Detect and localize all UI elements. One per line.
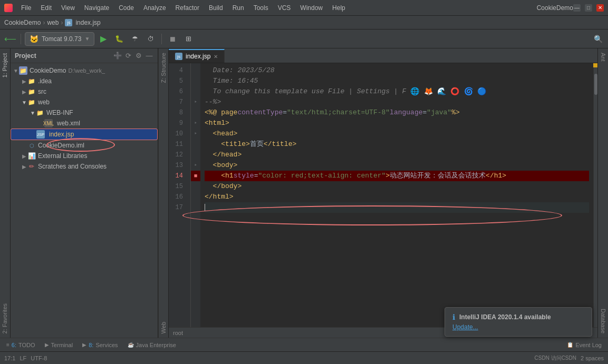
status-indent[interactable]: 2 spaces [581, 355, 604, 361]
tree-item-src[interactable]: ▶ 📁 src [11, 86, 158, 97]
ln-12: 12 [169, 150, 186, 160]
ln-4: 4 [169, 65, 186, 76]
run-config-selector[interactable]: 🐱 Tomcat 9.0.73 ▼ [25, 32, 94, 46]
src-label: src [38, 88, 46, 95]
tree-item-iml[interactable]: ⬡ CookieDemo.iml [11, 140, 158, 151]
todo-tab[interactable]: ≡ 6: TODO [2, 339, 40, 351]
menu-vcs[interactable]: VCS [274, 3, 295, 13]
middle-tabs: Z: Structure Web [158, 48, 169, 338]
breadcrumb-item-project[interactable]: CookieDemo [4, 19, 41, 26]
menu-build[interactable]: Build [205, 3, 227, 13]
menu-refactor[interactable]: Refactor [171, 3, 204, 13]
breadcrumb-item-web[interactable]: web [47, 19, 59, 26]
menu-window[interactable]: Window [296, 3, 327, 13]
tree-item-web[interactable]: ▼ 📁 web [11, 97, 158, 107]
spacer-iml [21, 142, 27, 149]
iml-label: CookieDemo.iml [38, 142, 84, 149]
code-line-17 [205, 202, 589, 213]
terminal-tab-label: Terminal [51, 342, 73, 348]
menu-file[interactable]: File [17, 3, 35, 13]
status-position[interactable]: 17:1 [4, 355, 15, 361]
tab-close-button[interactable]: ✕ [214, 54, 218, 60]
status-right: CSDN 访问CSDN 2 spaces [535, 355, 604, 362]
code-editor[interactable]: 4 5 6 7 8 9 10 11 12 13 14 15 16 17 ‣ [169, 63, 597, 327]
back-button[interactable]: ⟵ [3, 32, 17, 46]
gutter-5 [191, 76, 200, 86]
settings-icon[interactable]: ⚙ [134, 52, 143, 60]
xml-icon: XML [44, 119, 53, 127]
coverage-button[interactable]: ☂ [128, 32, 142, 46]
tree-item-webxml[interactable]: XML web.xml [11, 118, 158, 129]
add-icon[interactable]: ➕ [113, 52, 122, 60]
webxml-label: web.xml [57, 120, 80, 127]
scratches-label: Scratches and Consoles [38, 163, 107, 170]
gutter-16 [191, 192, 200, 202]
java-enterprise-tab[interactable]: ☕ Java Enterprise [123, 339, 180, 351]
left-panel-tabs: 1: Project 2: Favorites [0, 48, 11, 338]
update-link[interactable]: Update... [452, 323, 478, 331]
favorites-panel-tab[interactable]: 2: Favorites [0, 299, 10, 338]
gutter-13: ‣ [191, 160, 200, 171]
ln-11: 11 [169, 139, 186, 150]
scroll-thumb[interactable] [594, 74, 597, 95]
text-cursor [205, 204, 205, 211]
frame-button[interactable]: ⊞ [181, 32, 195, 46]
sync-icon[interactable]: ⟳ [124, 52, 132, 60]
close-button[interactable]: ✕ [596, 4, 604, 12]
menu-navigate[interactable]: Navigate [80, 3, 113, 13]
services-tab[interactable]: ▶ 8: Services [78, 339, 122, 351]
terminal-tab[interactable]: ▶ Terminal [41, 339, 78, 351]
menu-tools[interactable]: Tools [249, 3, 273, 13]
scroll-indicator[interactable] [593, 63, 597, 327]
menu-edit[interactable]: Edit [36, 3, 56, 13]
tree-item-webinf[interactable]: ▼ 📁 WEB-INF [11, 107, 158, 118]
run-button[interactable]: ▶ [96, 32, 110, 46]
expand-icon-web: ▼ [21, 99, 27, 105]
ln-17: 17 [169, 202, 186, 213]
status-line-ending[interactable]: LF [20, 355, 26, 361]
menu-run[interactable]: Run [228, 3, 248, 13]
debug-button[interactable]: 🐛 [112, 32, 126, 46]
search-button[interactable]: 🔍 [591, 32, 605, 46]
ln-10: 10 [169, 129, 186, 139]
menu-view[interactable]: View [57, 3, 79, 13]
project-folder-icon: 📁 [19, 66, 27, 75]
web-tab[interactable]: Web [159, 318, 168, 338]
run-config-arrow-icon: ▼ [84, 36, 90, 42]
editor-branch: root [173, 330, 183, 336]
event-log-tab[interactable]: 📋 Event Log [563, 339, 606, 351]
stop-button[interactable]: ⏹ [166, 32, 179, 46]
tree-item-ext-lib[interactable]: ▶ 📊 External Libraries [11, 151, 158, 161]
code-content[interactable]: Date: 2023/5/28 Time: 16:45 To change th… [200, 63, 593, 327]
code-line-15: </body> [205, 181, 589, 192]
minimize-panel-icon[interactable]: — [145, 52, 153, 60]
gutter-10: ‣ [191, 129, 200, 139]
editor-tab-index-jsp[interactable]: js index.jsp ✕ [169, 49, 225, 63]
project-panel-tab[interactable]: 1: Project [0, 48, 10, 82]
profile-button[interactable]: ⏱ [144, 32, 158, 46]
tree-item-idea[interactable]: ▶ 📁 .idea [11, 76, 158, 86]
tab-jsp-icon: js [175, 53, 182, 60]
gutter-9: ‣ [191, 118, 200, 129]
browser-icons: 🌐 🦊 🌊 ⭕ 🌀 🔵 [410, 86, 486, 97]
ant-tab[interactable]: Ant [599, 48, 607, 66]
tree-item-scratches[interactable]: ▶ ✏ Scratches and Consoles [11, 161, 158, 172]
database-tab[interactable]: Database [599, 304, 607, 338]
gutter-7: ‣ [191, 97, 200, 107]
event-log-label: Event Log [575, 342, 602, 348]
menu-analyze[interactable]: Analyze [139, 3, 170, 13]
toolbar-separator-2 [161, 34, 162, 44]
folder-icon-web: 📁 [27, 98, 36, 106]
maximize-button[interactable]: □ [585, 4, 592, 12]
menu-code[interactable]: Code [114, 3, 138, 13]
gutter-4 [191, 65, 200, 76]
java-enterprise-tab-label: Java Enterprise [136, 342, 176, 348]
status-encoding[interactable]: UTF-8 [31, 355, 47, 361]
menu-help[interactable]: Help [328, 3, 350, 13]
breadcrumb-item-file[interactable]: index.jsp [75, 19, 100, 26]
notification-title: IntelliJ IDEA 2020.1.4 available [459, 313, 551, 321]
structure-tab[interactable]: Z: Structure [159, 48, 168, 87]
minimize-button[interactable]: — [573, 4, 581, 12]
tree-item-root[interactable]: ▼ 📁 CookieDemo D:\web_work_ [11, 65, 158, 76]
tree-item-index-jsp[interactable]: JSP index.jsp [11, 129, 158, 140]
